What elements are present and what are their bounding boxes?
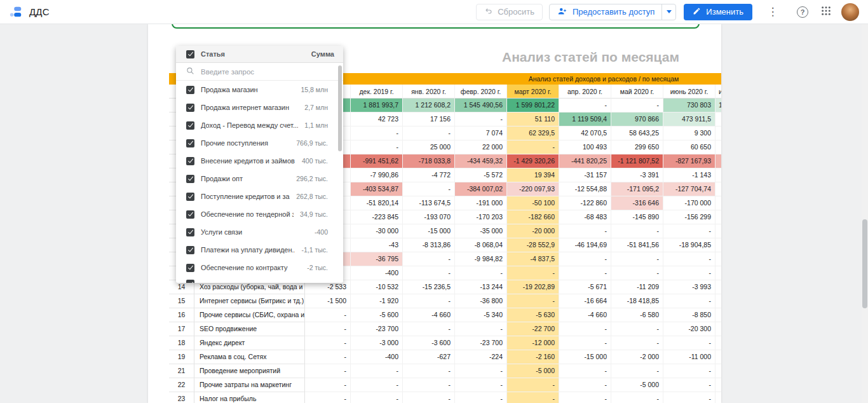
table-cell: - (403, 252, 455, 266)
table-cell: 58 643,25 (611, 126, 663, 140)
filter-item[interactable]: Продажи опт296,2 тыс. (176, 170, 343, 188)
select-all-checkbox[interactable] (186, 50, 194, 58)
table-cell: -384 007,02 (455, 182, 507, 196)
table-cell: -43 (351, 238, 403, 252)
more-vertical-icon: ⋮ (768, 5, 778, 18)
filter-item[interactable]: Обеспечение по тендерной з...34,9 тыс. (176, 205, 343, 223)
column-header[interactable]: март 2020 г. (507, 85, 559, 99)
table-row[interactable]: 18Яндекс директ--3 000-3 600-23 700-12 0… (169, 336, 721, 350)
table-row[interactable]: 16Прочие сервисы (СБИС, охрана и тд.)--5… (169, 308, 721, 322)
table-cell: -1 920 (351, 294, 403, 308)
checkbox-checked-icon[interactable] (186, 193, 194, 201)
filter-item[interactable]: Обеспечение по контракту-2 тыс. (176, 259, 343, 277)
filter-item[interactable]: Продажа интернет магазин2,7 млн (176, 99, 343, 116)
table-cell: - (455, 392, 507, 403)
filter-item-label: Доход - Перевод между счет... (201, 121, 298, 129)
column-header[interactable]: февр. 2020 г. (455, 85, 507, 99)
more-options-button[interactable]: ⋮ (765, 5, 780, 18)
table-cell: -8 313,86 (403, 238, 455, 252)
table-cell: - (351, 378, 403, 392)
table-cell: -18 904,85 (663, 238, 715, 252)
checkbox-checked-icon[interactable] (186, 210, 194, 219)
table-cell: -20 300 (663, 322, 715, 336)
apps-grid-button[interactable] (821, 6, 831, 18)
table-cell: 1 545 490,56 (455, 99, 507, 113)
checkbox-checked-icon[interactable] (186, 104, 194, 112)
table-cell (715, 196, 721, 210)
table-cell: - (611, 364, 663, 378)
checkbox-checked-icon[interactable] (186, 121, 194, 130)
row-number: 23 (169, 392, 194, 403)
checkbox-checked-icon[interactable] (186, 228, 194, 236)
column-header[interactable]: апр. 2020 г. (559, 85, 611, 99)
table-cell: 42 723 (351, 113, 403, 126)
checkbox-checked-icon[interactable] (186, 175, 194, 183)
table-cell: -12 554,88 (559, 182, 611, 196)
table-cell: -223 845 (351, 210, 403, 224)
table-cell: -4 837,5 (507, 252, 559, 266)
checkbox-checked-icon[interactable] (186, 139, 194, 147)
table-cell: 60 650 (663, 140, 715, 154)
table-cell: -30 000 (351, 224, 403, 238)
table-cell: - (403, 266, 455, 280)
table-cell (715, 182, 721, 196)
checkbox-checked-icon[interactable] (186, 280, 194, 283)
table-cell: - (351, 364, 403, 378)
checkbox-checked-icon[interactable] (186, 246, 194, 254)
filter-scrollbar-thumb[interactable] (338, 65, 342, 151)
checkbox-checked-icon[interactable] (186, 157, 194, 165)
column-header[interactable]: май 2020 г. (611, 85, 663, 99)
filter-item[interactable]: Внесение кредитов и займов400 тыс. (176, 152, 343, 170)
column-header[interactable]: июнь 2020 г. (663, 85, 715, 99)
table-cell: -4 660 (403, 308, 455, 322)
help-button[interactable]: ? (797, 6, 808, 18)
table-cell: -3 391 (611, 168, 663, 182)
table-cell: -122 860 (559, 196, 611, 210)
checkbox-checked-icon[interactable] (186, 264, 194, 272)
column-header[interactable]: янв. 2020 г. (403, 85, 455, 99)
filter-item[interactable]: Поступление кредитов и зай...262,8 тыс. (176, 188, 343, 205)
reset-button[interactable]: Сбросить (476, 4, 543, 20)
filter-item[interactable]: Услуги связи-400 (176, 223, 343, 241)
table-row[interactable]: 19Реклама в соц. Сетях--400-627-224-2 16… (169, 350, 721, 364)
table-cell: -6 580 (611, 308, 663, 322)
table-row[interactable]: 17SEO продвижение--23 700---22 700---20 … (169, 322, 721, 336)
share-caret-button[interactable] (661, 4, 675, 20)
row-label: Реклама в соц. Сетях (194, 350, 305, 364)
table-cell: - (611, 336, 663, 350)
table-row[interactable]: 15Интернет сервисы (Битрикс и тд.)-1 500… (169, 294, 721, 308)
filter-item[interactable]: Доход - Перевод между счет...1,1 млн (176, 116, 343, 134)
table-cell: - (507, 140, 559, 154)
filter-list: Продажа магазин15,8 млнПродажа интернет … (176, 81, 343, 277)
column-header[interactable]: дек. 2019 г. (351, 85, 403, 99)
table-row[interactable]: 23Налог на прибыль-------- (169, 392, 721, 403)
filter-search-input[interactable] (201, 68, 322, 76)
table-cell (715, 126, 721, 140)
column-header[interactable]: июл. 2020 г. (715, 85, 721, 99)
table-cell: -127 704,74 (663, 182, 715, 196)
table-row[interactable]: 21Проведение мероприятий-----5 000--- (169, 364, 721, 378)
table-cell (715, 113, 721, 126)
table-cell: - (559, 224, 611, 238)
user-avatar[interactable] (841, 3, 859, 21)
table-cell: - (305, 364, 351, 378)
chevron-down-icon (667, 10, 672, 13)
table-row[interactable]: 22Прочие затраты на маркетинг-------5 00… (169, 378, 721, 392)
edit-button[interactable]: Изменить (684, 4, 752, 20)
table-cell: -403 534,87 (351, 182, 403, 196)
table-cell: -5 572 (455, 168, 507, 182)
filter-item-label: Обеспечение по контракту (201, 264, 301, 271)
filter-item[interactable]: Платежи на уплату дивиден...-1,1 тыс. (176, 241, 343, 259)
report-canvas: Анализ статей по месяцам Анализ статей д… (148, 24, 721, 403)
table-cell (715, 140, 721, 154)
page-scrollbar-thumb[interactable] (862, 219, 867, 308)
table-cell: - (403, 392, 455, 403)
filter-item[interactable]: Прочие поступления766,9 тыс. (176, 134, 343, 152)
filter-item[interactable]: Продажа магазин15,8 млн (176, 81, 343, 99)
share-label: Предоставить доступ (573, 7, 654, 17)
checkbox-checked-icon[interactable] (186, 86, 194, 94)
table-cell (715, 210, 721, 224)
share-button[interactable]: Предоставить доступ (549, 4, 676, 20)
table-cell: -11 000 (663, 350, 715, 364)
table-cell: -145 890 (611, 210, 663, 224)
